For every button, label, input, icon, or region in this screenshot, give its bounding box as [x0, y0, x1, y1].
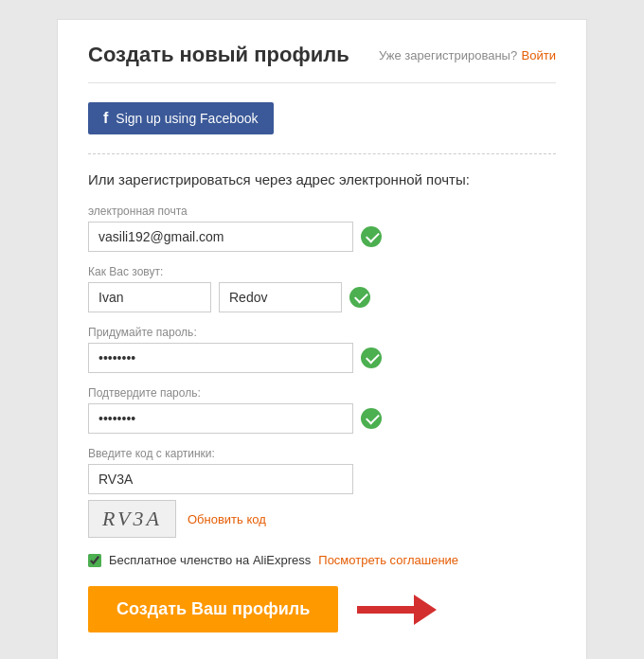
page-title: Создать новый профиль: [88, 43, 349, 67]
password-check-icon: [361, 347, 382, 368]
confirm-group: Подтвердите пароль:: [88, 386, 556, 434]
confirm-check-icon: [361, 408, 382, 429]
first-name-input[interactable]: [88, 282, 211, 312]
card-header: Создать новый профиль Уже зарегистрирова…: [88, 43, 556, 83]
arrow-head: [414, 595, 437, 625]
email-check-icon: [361, 226, 382, 247]
membership-checkbox[interactable]: [88, 554, 101, 567]
password-input[interactable]: [88, 343, 353, 373]
name-check-icon: [349, 287, 370, 308]
captcha-group: Введите код с картинки: RV3A Обновить ко…: [88, 447, 556, 538]
facebook-icon: f: [103, 110, 108, 127]
registration-card: Создать новый профиль Уже зарегистрирова…: [57, 19, 587, 659]
membership-text: Бесплатное членство на AliExpress: [109, 553, 311, 567]
captcha-image: RV3A: [88, 500, 176, 538]
submit-button[interactable]: Создать Ваш профиль: [88, 586, 338, 632]
last-name-input[interactable]: [219, 282, 342, 312]
membership-row: Бесплатное членство на AliExpress Посмот…: [88, 553, 556, 567]
submit-row: Создать Ваш профиль: [88, 586, 556, 632]
confirm-input-row: [88, 403, 556, 434]
captcha-label: Введите код с картинки:: [88, 447, 556, 460]
email-input[interactable]: [88, 222, 353, 252]
facebook-button-label: Sign up using Facebook: [116, 111, 258, 126]
arrow-shaft: [357, 606, 414, 614]
name-group: Как Вас зовут:: [88, 265, 556, 312]
password-input-row: [88, 343, 556, 373]
login-link[interactable]: Войти: [522, 48, 556, 62]
captcha-input-row: [88, 464, 556, 494]
name-label: Как Вас зовут:: [88, 265, 556, 278]
already-text: Уже зарегистрированы?: [379, 48, 517, 62]
facebook-signup-button[interactable]: f Sign up using Facebook: [88, 102, 274, 134]
password-group: Придумайте пароль:: [88, 326, 556, 373]
refresh-captcha-link[interactable]: Обновить код: [188, 512, 266, 526]
email-input-row: [88, 222, 556, 252]
agreement-link[interactable]: Посмотреть соглашение: [318, 553, 458, 567]
confirm-password-input[interactable]: [88, 403, 353, 434]
email-label: электронная почта: [88, 205, 556, 218]
or-label: Или зарегистрироваться через адрес элект…: [88, 171, 556, 187]
arrow-indicator: [357, 595, 437, 625]
name-input-row: [88, 282, 556, 312]
email-group: электронная почта: [88, 205, 556, 252]
password-label: Придумайте пароль:: [88, 326, 556, 339]
confirm-label: Подтвердите пароль:: [88, 386, 556, 400]
email-form-section: Или зарегистрироваться через адрес элект…: [88, 153, 556, 632]
captcha-input[interactable]: [88, 464, 353, 494]
captcha-display-section: RV3A Обновить код: [88, 500, 556, 538]
login-section: Уже зарегистрированы? Войти: [379, 46, 556, 63]
